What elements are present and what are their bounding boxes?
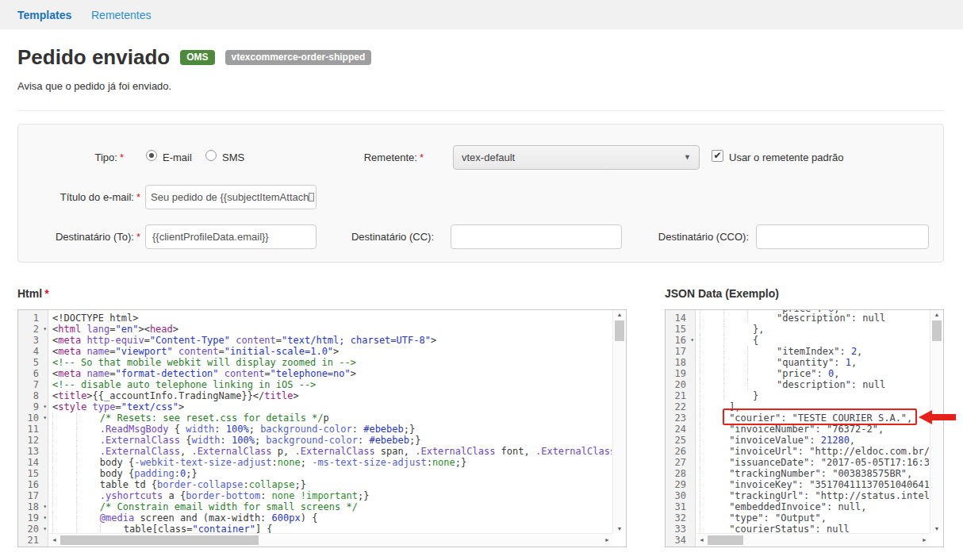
fold-arrow-icon[interactable]: ▾ [690, 335, 694, 346]
json-editor-gutter: 141516▾171819202122232425262728293031323… [666, 310, 696, 547]
code-line: /* Resets: see reset.css for details */p [52, 412, 612, 424]
radio-dot [149, 153, 154, 158]
gutter-line-number: 33 [666, 524, 695, 535]
html-section-label: Html* [17, 287, 49, 300]
remetente-label: Remetente:* [320, 152, 424, 163]
gutter-line-number: 21 [666, 390, 695, 401]
gutter-line-number: 31 [666, 501, 695, 512]
code-line: "invoiceUrl": "http://eldoc.com.br/eld [700, 446, 929, 457]
gutter-line-number: 5 [18, 357, 48, 368]
remetente-select[interactable]: vtex-default ▼ [453, 145, 700, 170]
code-line: <style type="text/css"> [52, 401, 612, 412]
gutter-line-number: 14 [666, 313, 695, 324]
destinatario-cco-input[interactable] [756, 224, 929, 249]
tab-remetentes[interactable]: Remetentes [91, 9, 151, 21]
fold-arrow-icon[interactable]: ▾ [43, 512, 47, 524]
code-line: "trackingUrl": "http://status.intelipo [700, 490, 929, 501]
fold-arrow-icon[interactable]: ▾ [43, 501, 47, 512]
gutter-line-number: 19▾ [18, 512, 48, 524]
code-line: <!DOCTYPE html> [52, 313, 612, 324]
code-line: <meta name="format-detection" content="t… [52, 368, 612, 379]
destinatario-to-input[interactable] [145, 224, 317, 249]
horizontal-scroll-thumb[interactable] [60, 535, 259, 545]
usar-remetente-padrao-checkbox[interactable]: ✔ [712, 150, 723, 162]
json-section-label: JSON Data (Exemplo) [665, 287, 779, 300]
json-editor-vertical-scrollbar[interactable]: ▲ ▼ [930, 310, 943, 533]
code-line: table td {border-collapse:collapse;} [52, 479, 612, 490]
usar-remetente-padrao-label: Usar o remetente padrão [729, 152, 844, 163]
gutter-line-number: 22 [666, 401, 695, 412]
gutter-line-number: 8 [18, 390, 48, 401]
gutter-line-number: 17 [666, 346, 695, 357]
code-line: "itemIndex": 2, [700, 346, 929, 357]
gutter-line-number: 24 [666, 424, 695, 435]
code-line: }, [700, 324, 929, 335]
gutter-line-number: 6 [18, 368, 48, 379]
gutter-line-number: 2▾ [18, 324, 48, 335]
scroll-down-icon[interactable]: ▼ [613, 526, 626, 531]
html-editor-vertical-scrollbar[interactable]: ▲ ▼ [612, 310, 626, 533]
vertical-scroll-thumb[interactable] [932, 320, 942, 341]
code-line: { [700, 335, 929, 346]
template-slug-badge: vtexcommerce-order-shipped [225, 50, 372, 65]
radio-sms[interactable] [205, 150, 217, 161]
html-editor-horizontal-scrollbar[interactable]: ◄ ► [49, 533, 612, 547]
gutter-line-number: 30 [666, 490, 695, 501]
code-line: } [700, 390, 929, 401]
gutter-line-number: 22 [18, 546, 48, 547]
code-line: "issuanceDate": "2017-05-05T17:16:32.1 [700, 457, 929, 468]
radio-email[interactable] [146, 150, 157, 161]
gutter-line-number: 34 [666, 535, 695, 546]
fold-arrow-icon[interactable]: ▾ [43, 324, 47, 335]
gutter-line-number: 1 [18, 313, 48, 324]
code-line: <!-- disable auto telephone linking in i… [52, 379, 612, 390]
horizontal-scroll-thumb[interactable] [708, 535, 743, 545]
fold-arrow-icon[interactable]: ▾ [43, 412, 47, 424]
scroll-up-icon[interactable]: ▲ [613, 312, 626, 317]
destinatario-cc-input[interactable] [451, 224, 622, 249]
code-line: "invoiceValue": 21280, [700, 435, 929, 446]
scroll-right-icon[interactable]: ► [604, 537, 610, 543]
gutter-line-number: 21 [18, 535, 48, 546]
code-line: .ExternalClass {width: 100%; background-… [52, 435, 612, 446]
code-line: body {padding:0;} [52, 468, 612, 479]
gutter-line-number: 19 [666, 368, 695, 379]
fold-arrow-icon[interactable]: ▾ [43, 524, 47, 535]
destinatario-to-label: Destinatário (To):* [18, 231, 140, 243]
vertical-scroll-thumb[interactable] [615, 320, 624, 341]
html-editor-code[interactable]: <!DOCTYPE html><html lang="en"><head><me… [49, 310, 612, 547]
chevron-down-icon: ▼ [684, 146, 691, 169]
destinatario-cc-label: Destinatário (CC): [328, 231, 434, 243]
code-line: "invoiceKey": "35170411137051040641550 [700, 479, 929, 490]
scroll-left-icon[interactable]: ◄ [699, 537, 704, 543]
json-editor-horizontal-scrollbar[interactable]: ◄ ► [696, 533, 930, 547]
fold-arrow-icon[interactable]: ▾ [43, 401, 47, 412]
html-code-editor[interactable]: 12▾3456789▾10▾1112131415161718▾19▾20▾212… [17, 309, 627, 547]
gutter-line-number: 29 [666, 479, 695, 490]
code-line: "type": "Output", [700, 512, 929, 524]
gutter-line-number: 18 [666, 357, 695, 368]
page-header: Pedido enviado OMS vtexcommerce-order-sh… [17, 45, 371, 70]
gutter-line-number: 9▾ [18, 401, 48, 412]
code-line: "description": null [700, 313, 929, 324]
scroll-right-icon[interactable]: ► [922, 537, 927, 543]
code-line: /* Constrain email width for small scree… [52, 501, 612, 512]
code-line: .ExternalClass, .ExternalClass p, .Exter… [52, 446, 612, 457]
scroll-left-icon[interactable]: ◄ [52, 537, 57, 543]
oms-badge: OMS [180, 50, 214, 65]
tab-templates[interactable]: Templates [17, 9, 71, 21]
gutter-line-number: 18▾ [18, 501, 48, 512]
gutter-line-number: 13 [18, 446, 48, 457]
gutter-line-number: 20▾ [18, 524, 48, 535]
json-editor-code[interactable]: "price": 0, "description": null }, { "it… [696, 310, 929, 547]
page-subtitle: Avisa que o pedido já foi enviado. [17, 80, 171, 92]
template-settings-form: Tipo:* E-mail SMS Remetente:* vtex-defau… [17, 124, 944, 263]
scroll-down-icon[interactable]: ▼ [930, 526, 943, 531]
json-data-editor[interactable]: 141516▾171819202122232425262728293031323… [665, 309, 944, 547]
code-line: "quantity": 1, [700, 357, 929, 368]
gutter-line-number: 14 [18, 457, 48, 468]
scroll-up-icon[interactable]: ▲ [930, 312, 943, 317]
gutter-line-number: 25 [666, 435, 695, 446]
titulo-email-label: Título do e-mail:* [34, 191, 140, 203]
email-subject-input[interactable]: Seu pedido de {{subjectItemAttach [145, 185, 317, 209]
